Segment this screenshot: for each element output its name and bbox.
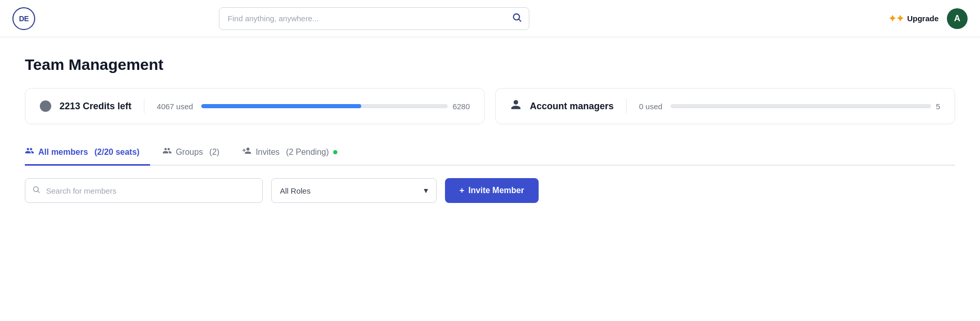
- global-search-wrap: [219, 7, 529, 30]
- search-row: All Roles Admin Member Viewer ▼ + Invite…: [25, 178, 955, 203]
- account-managers-progress-wrap: 5: [671, 102, 940, 111]
- credits-progress-bar: [201, 104, 447, 108]
- all-members-label: All members: [38, 148, 88, 157]
- account-managers-used: 0 used: [639, 102, 662, 111]
- account-managers-progress-bar: [671, 104, 931, 108]
- all-members-icon: [25, 146, 34, 158]
- global-search-input[interactable]: [219, 7, 529, 30]
- stat-cards-row: 2213 Credits left 4067 used 6280 Account…: [25, 88, 955, 124]
- account-managers-icon: [510, 99, 522, 113]
- member-search-icon: [32, 185, 40, 196]
- svg-line-3: [38, 191, 39, 193]
- credits-used: 4067 used: [157, 102, 193, 111]
- tab-all-members[interactable]: All members (2/20 seats): [25, 141, 150, 166]
- credits-label: 2213 Credits left: [60, 101, 131, 112]
- invites-count: (2 Pending): [284, 148, 329, 157]
- roles-select[interactable]: All Roles Admin Member Viewer: [271, 178, 437, 203]
- upgrade-label: Upgrade: [907, 14, 939, 23]
- logo[interactable]: DE: [12, 7, 35, 30]
- svg-line-1: [519, 19, 521, 21]
- credits-progress-wrap: 6280: [201, 102, 470, 111]
- invite-member-button[interactable]: + Invite Member: [445, 178, 539, 203]
- credits-total: 6280: [453, 102, 470, 111]
- account-managers-label: Account managers: [530, 101, 614, 112]
- invites-icon: [242, 146, 251, 158]
- invites-pending-dot: [333, 150, 337, 154]
- account-managers-stat-card: Account managers 0 used 5: [495, 88, 955, 124]
- tab-invites[interactable]: Invites (2 Pending): [242, 141, 347, 166]
- app-header: DE ✦✦ Upgrade A: [0, 0, 980, 37]
- page-title: Team Management: [25, 56, 955, 74]
- header-right: ✦✦ Upgrade A: [888, 8, 968, 29]
- credits-divider: [144, 99, 144, 113]
- invite-member-label: Invite Member: [468, 186, 524, 195]
- logo-text: DE: [19, 14, 28, 23]
- tab-groups[interactable]: Groups (2): [162, 141, 230, 166]
- groups-count: (2): [207, 148, 219, 157]
- credits-stat-card: 2213 Credits left 4067 used 6280: [25, 88, 485, 124]
- groups-icon: [162, 146, 172, 158]
- all-members-count: (2/20 seats): [92, 148, 140, 157]
- avatar-letter: A: [954, 13, 960, 24]
- invites-label: Invites: [256, 148, 279, 157]
- global-search-icon[interactable]: [512, 12, 522, 25]
- tabs-row: All members (2/20 seats) Groups (2) Invi…: [25, 141, 955, 166]
- roles-select-wrap: All Roles Admin Member Viewer ▼: [271, 178, 437, 203]
- member-search-wrap: [25, 178, 263, 203]
- upgrade-button[interactable]: ✦✦ Upgrade: [888, 13, 939, 24]
- account-managers-divider: [626, 99, 627, 113]
- account-managers-total: 5: [936, 102, 940, 111]
- groups-label: Groups: [176, 148, 203, 157]
- credits-icon: [40, 100, 51, 112]
- main-content: Team Management 2213 Credits left 4067 u…: [0, 37, 980, 321]
- invite-plus-icon: +: [459, 186, 464, 195]
- member-search-input[interactable]: [25, 178, 263, 203]
- upgrade-stars-icon: ✦✦: [888, 13, 904, 24]
- credits-progress-fill: [201, 104, 361, 108]
- avatar[interactable]: A: [947, 8, 968, 29]
